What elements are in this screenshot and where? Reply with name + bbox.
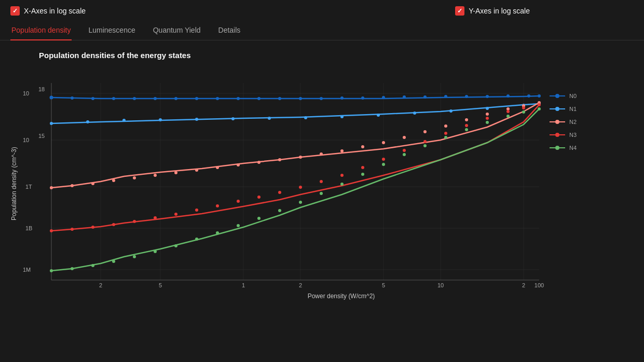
svg-point-71 bbox=[91, 182, 94, 185]
dots-n0 bbox=[50, 94, 541, 100]
svg-point-45 bbox=[382, 96, 385, 99]
svg-point-76 bbox=[195, 169, 198, 172]
dots-n1 bbox=[50, 102, 541, 125]
svg-point-46 bbox=[403, 95, 406, 99]
svg-point-52 bbox=[527, 94, 530, 98]
svg-text:1T: 1T bbox=[25, 184, 32, 190]
svg-point-126 bbox=[195, 238, 198, 241]
chart-title: Population densities of the energy state… bbox=[39, 51, 634, 60]
svg-point-44 bbox=[361, 96, 364, 100]
svg-point-97 bbox=[112, 223, 115, 226]
tab-quantum-yield[interactable]: Quantum Yield bbox=[152, 22, 202, 40]
svg-point-104 bbox=[257, 196, 261, 199]
svg-point-138 bbox=[444, 136, 447, 139]
chart-area: Population densities of the energy state… bbox=[0, 40, 644, 305]
svg-point-120 bbox=[71, 267, 74, 270]
svg-point-54 bbox=[50, 122, 53, 125]
svg-point-34 bbox=[154, 97, 157, 100]
svg-point-66 bbox=[486, 107, 489, 110]
svg-point-117 bbox=[522, 106, 525, 109]
svg-text:100: 100 bbox=[535, 282, 544, 288]
line-n3 bbox=[51, 105, 539, 231]
svg-point-103 bbox=[237, 200, 240, 203]
svg-point-157 bbox=[555, 146, 559, 150]
svg-text:1: 1 bbox=[242, 282, 245, 288]
svg-point-139 bbox=[465, 128, 468, 131]
svg-point-148 bbox=[555, 107, 559, 111]
svg-point-64 bbox=[413, 112, 416, 115]
svg-point-109 bbox=[361, 166, 364, 169]
svg-point-36 bbox=[195, 97, 198, 100]
svg-point-80 bbox=[278, 158, 281, 161]
svg-text:10: 10 bbox=[23, 90, 29, 96]
x-axes-checkbox[interactable]: ✓ bbox=[10, 6, 20, 16]
svg-text:N2: N2 bbox=[569, 119, 577, 125]
svg-point-141 bbox=[506, 115, 510, 118]
svg-text:1B: 1B bbox=[25, 225, 32, 231]
x-axis-label: Power density (W/cm^2) bbox=[49, 293, 634, 300]
svg-point-106 bbox=[299, 186, 302, 189]
svg-point-48 bbox=[444, 95, 447, 98]
svg-point-123 bbox=[133, 255, 136, 258]
svg-text:2: 2 bbox=[522, 282, 525, 288]
tab-luminescence[interactable]: Luminescence bbox=[87, 22, 136, 40]
svg-point-99 bbox=[154, 216, 157, 219]
svg-point-143 bbox=[538, 107, 541, 110]
svg-point-57 bbox=[159, 118, 162, 121]
svg-point-40 bbox=[278, 97, 281, 100]
svg-point-43 bbox=[340, 96, 344, 100]
svg-point-86 bbox=[403, 136, 406, 139]
svg-point-100 bbox=[174, 213, 177, 216]
chart-svg: .grid-line { stroke: #333; stroke-width:… bbox=[20, 67, 591, 290]
svg-point-39 bbox=[257, 97, 261, 100]
svg-point-51 bbox=[506, 94, 510, 98]
y-axis-label: Population density (cm^-3) bbox=[10, 85, 18, 282]
svg-point-122 bbox=[112, 260, 115, 263]
svg-point-29 bbox=[50, 96, 53, 100]
dots-n3 bbox=[50, 103, 541, 232]
svg-point-41 bbox=[299, 97, 302, 100]
svg-point-108 bbox=[340, 174, 344, 177]
tab-population-density[interactable]: Population density bbox=[10, 22, 72, 40]
svg-text:5: 5 bbox=[159, 282, 162, 288]
tab-details[interactable]: Details bbox=[217, 22, 242, 40]
svg-point-56 bbox=[122, 119, 126, 122]
svg-point-112 bbox=[423, 140, 427, 143]
svg-point-145 bbox=[555, 94, 559, 98]
svg-point-128 bbox=[237, 224, 240, 227]
svg-text:5: 5 bbox=[382, 282, 385, 288]
svg-point-73 bbox=[133, 176, 136, 179]
svg-point-81 bbox=[299, 156, 302, 159]
tabs-bar: Population density Luminescence Quantum … bbox=[0, 22, 644, 40]
svg-point-130 bbox=[278, 209, 281, 212]
svg-point-72 bbox=[112, 179, 115, 182]
svg-text:2: 2 bbox=[299, 282, 302, 288]
svg-point-124 bbox=[154, 250, 157, 253]
svg-point-94 bbox=[50, 229, 53, 232]
svg-point-142 bbox=[522, 110, 525, 114]
legend: N0 N1 N2 N3 N4 bbox=[550, 93, 577, 151]
svg-text:18: 18 bbox=[38, 86, 45, 92]
svg-point-70 bbox=[71, 184, 74, 187]
svg-point-154 bbox=[555, 133, 559, 137]
svg-text:N4: N4 bbox=[569, 145, 577, 151]
svg-point-79 bbox=[257, 161, 261, 164]
svg-point-55 bbox=[86, 120, 89, 123]
svg-point-83 bbox=[340, 149, 344, 152]
svg-point-89 bbox=[465, 118, 468, 121]
svg-point-129 bbox=[257, 217, 261, 220]
svg-point-101 bbox=[195, 208, 198, 212]
svg-point-61 bbox=[304, 116, 307, 119]
svg-point-96 bbox=[91, 226, 94, 229]
svg-point-125 bbox=[174, 244, 177, 247]
svg-point-115 bbox=[486, 117, 489, 120]
top-bar: ✓ X-Axes in log scale ✓ Y-Axes in log sc… bbox=[0, 0, 644, 22]
y-axes-checkbox[interactable]: ✓ bbox=[455, 6, 464, 16]
svg-point-69 bbox=[50, 186, 53, 189]
y-axes-group: ✓ Y-Axes in log scale bbox=[455, 6, 530, 16]
svg-point-59 bbox=[231, 117, 235, 120]
svg-point-105 bbox=[278, 191, 281, 194]
svg-point-131 bbox=[299, 201, 302, 204]
svg-point-135 bbox=[382, 163, 385, 166]
svg-point-50 bbox=[486, 95, 489, 98]
